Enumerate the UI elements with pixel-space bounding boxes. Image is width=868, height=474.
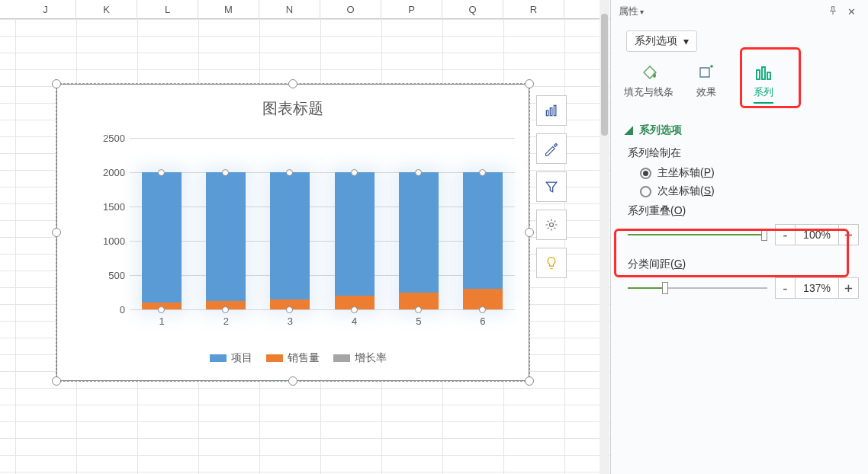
- series-point-handle[interactable]: [415, 306, 422, 313]
- bar-project[interactable]: [270, 172, 310, 309]
- series-point-handle[interactable]: [415, 169, 422, 176]
- chart-filter-button[interactable]: [536, 171, 567, 202]
- column-header[interactable]: L: [137, 0, 198, 19]
- chevron-down-icon: ▾: [683, 35, 689, 47]
- label-plot-axis-on: 系列绘制在: [628, 146, 859, 160]
- effects-icon: [677, 62, 735, 82]
- svg-point-3: [550, 223, 554, 227]
- chart-object[interactable]: 图表标题 05001000150020002500123456 项目 销售量 增…: [56, 84, 529, 381]
- svg-rect-6: [762, 67, 765, 79]
- y-axis-tick: 0: [120, 304, 125, 315]
- series-point-handle[interactable]: [222, 306, 229, 313]
- panel-header: 属性▾ ✕: [611, 0, 868, 23]
- column-header[interactable]: O: [320, 0, 381, 19]
- column-header[interactable]: Q: [442, 0, 503, 19]
- series-point-handle[interactable]: [158, 169, 165, 176]
- increment-button[interactable]: +: [838, 225, 858, 245]
- x-axis-label: 4: [352, 315, 357, 327]
- tab-label: 系列: [754, 85, 773, 104]
- tab-fill-line[interactable]: 填充与线条: [620, 61, 677, 105]
- bar-project[interactable]: [399, 172, 439, 309]
- overlap-value[interactable]: 100%: [796, 225, 838, 245]
- overlap-slider[interactable]: [628, 227, 767, 242]
- series-point-handle[interactable]: [351, 169, 358, 176]
- column-header[interactable]: J: [15, 0, 76, 19]
- series-options-dropdown[interactable]: 系列选项 ▾: [626, 30, 697, 52]
- spreadsheet-grid[interactable]: JKLMNOPQR 图表标题 0500100015002000250012345…: [0, 0, 610, 474]
- decrement-button[interactable]: -: [776, 278, 796, 298]
- label-series-overlap: 系列重叠(O): [628, 204, 859, 218]
- resize-handle-tm[interactable]: [288, 79, 297, 88]
- y-axis-tick: 2500: [103, 133, 125, 144]
- resize-handle-mr[interactable]: [525, 228, 534, 237]
- tab-label: 填充与线条: [624, 86, 674, 98]
- gap-width-control: - 137% +: [628, 277, 859, 299]
- paint-bucket-icon: [620, 62, 677, 82]
- column-header[interactable]: M: [198, 0, 259, 19]
- radio-primary-axis[interactable]: 主坐标轴(P): [640, 166, 859, 180]
- chart-styles-button[interactable]: [536, 133, 567, 164]
- y-axis-tick: 500: [108, 270, 125, 281]
- x-axis-label: 3: [288, 315, 293, 327]
- chart-legend[interactable]: 项目 销售量 增长率: [57, 351, 529, 365]
- y-axis-tick: 2000: [103, 167, 125, 178]
- svg-rect-1: [550, 108, 552, 116]
- dropdown-label: 系列选项: [635, 34, 677, 46]
- resize-handle-tl[interactable]: [52, 79, 61, 88]
- properties-tabs: 填充与线条 效果 系列: [620, 61, 792, 105]
- gap-slider[interactable]: [628, 280, 767, 296]
- chart-plot-area[interactable]: 05001000150020002500123456: [130, 138, 515, 309]
- resize-handle-tr[interactable]: [525, 79, 534, 88]
- radio-secondary-axis[interactable]: 次坐标轴(S): [640, 184, 859, 198]
- resize-handle-br[interactable]: [525, 376, 534, 386]
- radio-icon: [640, 168, 651, 179]
- resize-handle-bm[interactable]: [288, 376, 297, 386]
- svg-rect-2: [554, 105, 556, 115]
- resize-handle-ml[interactable]: [52, 228, 61, 237]
- increment-button[interactable]: +: [838, 278, 858, 298]
- chart-elements-button[interactable]: [536, 95, 567, 126]
- chevron-down-icon[interactable]: ▾: [640, 8, 644, 16]
- column-header[interactable]: R: [503, 0, 564, 19]
- tab-effects[interactable]: 效果: [677, 61, 735, 105]
- gap-value[interactable]: 137%: [796, 278, 838, 298]
- bar-project[interactable]: [335, 172, 375, 309]
- decrement-button[interactable]: -: [776, 225, 796, 245]
- x-axis-label: 1: [159, 315, 164, 327]
- series-point-handle[interactable]: [479, 169, 486, 176]
- tab-series[interactable]: 系列: [735, 61, 792, 105]
- legend-swatch-project: [210, 354, 227, 362]
- chart-settings-button[interactable]: [536, 210, 567, 240]
- scrollbar-thumb[interactable]: [601, 14, 608, 136]
- bar-project[interactable]: [206, 172, 246, 309]
- legend-label: 销售量: [288, 351, 320, 364]
- chart-title[interactable]: 图表标题: [57, 98, 529, 119]
- series-point-handle[interactable]: [479, 306, 486, 313]
- vertical-scrollbar[interactable]: [600, 0, 609, 474]
- column-header[interactable]: N: [259, 0, 320, 19]
- legend-swatch-growth: [333, 354, 350, 362]
- x-axis-label: 6: [480, 315, 485, 327]
- series-point-handle[interactable]: [286, 306, 293, 313]
- resize-handle-bl[interactable]: [52, 376, 61, 386]
- series-options-section: ◢ 系列选项 系列绘制在 主坐标轴(P) 次坐标轴(S) 系列重叠(O) - 1…: [625, 123, 859, 311]
- series-overlap-control: - 100% +: [628, 224, 859, 245]
- pin-icon[interactable]: [824, 5, 842, 18]
- svg-rect-7: [767, 72, 770, 79]
- series-point-handle[interactable]: [158, 306, 165, 313]
- section-title[interactable]: ◢ 系列选项: [625, 123, 859, 137]
- radio-label: 次坐标轴(S): [657, 184, 715, 198]
- chart-side-toolbar: [536, 95, 567, 286]
- legend-swatch-sales: [266, 354, 283, 362]
- column-header[interactable]: K: [76, 0, 137, 19]
- column-header[interactable]: P: [381, 0, 442, 19]
- chart-tips-button[interactable]: [536, 248, 567, 278]
- close-icon[interactable]: ✕: [842, 6, 860, 18]
- radio-label: 主坐标轴(P): [657, 166, 715, 180]
- series-point-handle[interactable]: [351, 306, 358, 313]
- radio-icon: [640, 186, 651, 197]
- tab-label: 效果: [696, 86, 716, 98]
- bar-project[interactable]: [142, 172, 182, 309]
- label-gap-width: 分类间距(G): [628, 258, 859, 271]
- panel-title: 属性: [619, 5, 638, 18]
